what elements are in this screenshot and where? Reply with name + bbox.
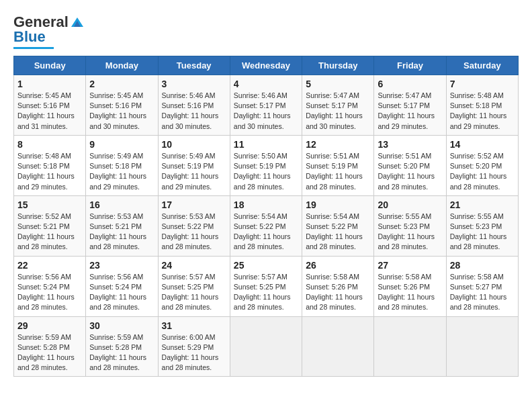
day-cell: 28Sunrise: 5:58 AM Sunset: 5:27 PM Dayli… bbox=[446, 256, 518, 316]
day-info: Sunrise: 5:59 AM Sunset: 5:28 PM Dayligh… bbox=[89, 332, 154, 373]
day-number: 19 bbox=[306, 199, 370, 210]
day-number: 16 bbox=[89, 199, 154, 210]
day-cell: 30Sunrise: 5:59 AM Sunset: 5:28 PM Dayli… bbox=[86, 316, 158, 377]
day-info: Sunrise: 5:47 AM Sunset: 5:17 PM Dayligh… bbox=[306, 91, 370, 132]
day-cell bbox=[374, 316, 446, 377]
day-number: 7 bbox=[450, 79, 515, 89]
day-cell: 23Sunrise: 5:56 AM Sunset: 5:24 PM Dayli… bbox=[86, 256, 158, 316]
day-cell: 11Sunrise: 5:50 AM Sunset: 5:19 PM Dayli… bbox=[230, 135, 302, 195]
day-number: 3 bbox=[162, 79, 226, 89]
day-cell: 26Sunrise: 5:58 AM Sunset: 5:26 PM Dayli… bbox=[302, 256, 374, 316]
day-info: Sunrise: 5:49 AM Sunset: 5:19 PM Dayligh… bbox=[162, 151, 226, 192]
header-monday: Monday bbox=[86, 56, 158, 75]
header-tuesday: Tuesday bbox=[158, 56, 230, 75]
day-info: Sunrise: 5:55 AM Sunset: 5:23 PM Dayligh… bbox=[450, 212, 515, 253]
day-cell: 9Sunrise: 5:49 AM Sunset: 5:18 PM Daylig… bbox=[86, 135, 158, 195]
day-number: 11 bbox=[234, 139, 298, 150]
logo-icon bbox=[70, 15, 85, 30]
day-cell: 25Sunrise: 5:57 AM Sunset: 5:25 PM Dayli… bbox=[230, 256, 302, 316]
day-info: Sunrise: 5:45 AM Sunset: 5:16 PM Dayligh… bbox=[89, 91, 154, 132]
week-row-3: 15Sunrise: 5:52 AM Sunset: 5:21 PM Dayli… bbox=[14, 195, 519, 256]
day-cell: 6Sunrise: 5:47 AM Sunset: 5:17 PM Daylig… bbox=[374, 75, 446, 136]
header-wednesday: Wednesday bbox=[230, 56, 302, 75]
header-row: SundayMondayTuesdayWednesdayThursdayFrid… bbox=[14, 56, 519, 75]
day-cell: 13Sunrise: 5:51 AM Sunset: 5:20 PM Dayli… bbox=[374, 135, 446, 195]
day-cell: 19Sunrise: 5:54 AM Sunset: 5:22 PM Dayli… bbox=[302, 195, 374, 256]
page-header: General Blue bbox=[13, 13, 519, 49]
day-info: Sunrise: 5:57 AM Sunset: 5:25 PM Dayligh… bbox=[234, 272, 298, 313]
day-number: 27 bbox=[378, 260, 442, 271]
day-info: Sunrise: 5:52 AM Sunset: 5:21 PM Dayligh… bbox=[17, 212, 82, 253]
calendar-table: SundayMondayTuesdayWednesdayThursdayFrid… bbox=[13, 56, 519, 377]
day-info: Sunrise: 5:53 AM Sunset: 5:22 PM Dayligh… bbox=[162, 212, 226, 253]
day-number: 22 bbox=[17, 260, 82, 271]
day-number: 26 bbox=[306, 260, 370, 271]
day-cell: 8Sunrise: 5:48 AM Sunset: 5:18 PM Daylig… bbox=[14, 135, 86, 195]
day-info: Sunrise: 5:49 AM Sunset: 5:18 PM Dayligh… bbox=[89, 151, 154, 192]
week-row-4: 22Sunrise: 5:56 AM Sunset: 5:24 PM Dayli… bbox=[14, 256, 519, 316]
day-info: Sunrise: 5:54 AM Sunset: 5:22 PM Dayligh… bbox=[234, 212, 298, 253]
day-cell: 3Sunrise: 5:46 AM Sunset: 5:16 PM Daylig… bbox=[158, 75, 230, 136]
day-cell: 14Sunrise: 5:52 AM Sunset: 5:20 PM Dayli… bbox=[446, 135, 518, 195]
day-info: Sunrise: 5:48 AM Sunset: 5:18 PM Dayligh… bbox=[17, 151, 82, 192]
day-number: 10 bbox=[162, 139, 226, 150]
day-info: Sunrise: 5:53 AM Sunset: 5:21 PM Dayligh… bbox=[89, 212, 154, 253]
day-info: Sunrise: 5:57 AM Sunset: 5:25 PM Dayligh… bbox=[162, 272, 226, 313]
day-info: Sunrise: 5:48 AM Sunset: 5:18 PM Dayligh… bbox=[450, 91, 515, 132]
day-info: Sunrise: 5:58 AM Sunset: 5:27 PM Dayligh… bbox=[450, 272, 515, 313]
day-info: Sunrise: 5:52 AM Sunset: 5:20 PM Dayligh… bbox=[450, 151, 515, 192]
day-cell: 15Sunrise: 5:52 AM Sunset: 5:21 PM Dayli… bbox=[14, 195, 86, 256]
day-number: 4 bbox=[234, 79, 298, 89]
day-number: 14 bbox=[450, 139, 515, 150]
day-cell: 4Sunrise: 5:46 AM Sunset: 5:17 PM Daylig… bbox=[230, 75, 302, 136]
day-cell bbox=[230, 316, 302, 377]
day-info: Sunrise: 5:50 AM Sunset: 5:19 PM Dayligh… bbox=[234, 151, 298, 192]
day-number: 9 bbox=[89, 139, 154, 150]
day-number: 12 bbox=[306, 139, 370, 150]
day-number: 6 bbox=[378, 79, 442, 89]
day-cell: 27Sunrise: 5:58 AM Sunset: 5:26 PM Dayli… bbox=[374, 256, 446, 316]
day-number: 8 bbox=[17, 139, 82, 150]
day-info: Sunrise: 5:51 AM Sunset: 5:19 PM Dayligh… bbox=[306, 151, 370, 192]
day-number: 30 bbox=[89, 320, 154, 331]
day-number: 21 bbox=[450, 199, 515, 210]
day-info: Sunrise: 5:46 AM Sunset: 5:17 PM Dayligh… bbox=[234, 91, 298, 132]
day-cell: 2Sunrise: 5:45 AM Sunset: 5:16 PM Daylig… bbox=[86, 75, 158, 136]
day-number: 13 bbox=[378, 139, 442, 150]
day-number: 28 bbox=[450, 260, 515, 271]
logo-blue: Blue bbox=[13, 28, 46, 46]
week-row-2: 8Sunrise: 5:48 AM Sunset: 5:18 PM Daylig… bbox=[14, 135, 519, 195]
day-cell: 16Sunrise: 5:53 AM Sunset: 5:21 PM Dayli… bbox=[86, 195, 158, 256]
day-cell: 7Sunrise: 5:48 AM Sunset: 5:18 PM Daylig… bbox=[446, 75, 518, 136]
day-number: 18 bbox=[234, 199, 298, 210]
day-number: 25 bbox=[234, 260, 298, 271]
logo: General Blue bbox=[13, 13, 85, 49]
day-number: 5 bbox=[306, 79, 370, 89]
day-cell bbox=[446, 316, 518, 377]
day-cell: 5Sunrise: 5:47 AM Sunset: 5:17 PM Daylig… bbox=[302, 75, 374, 136]
day-number: 15 bbox=[17, 199, 82, 210]
day-info: Sunrise: 5:47 AM Sunset: 5:17 PM Dayligh… bbox=[378, 91, 442, 132]
day-cell: 18Sunrise: 5:54 AM Sunset: 5:22 PM Dayli… bbox=[230, 195, 302, 256]
day-info: Sunrise: 5:55 AM Sunset: 5:23 PM Dayligh… bbox=[378, 212, 442, 253]
day-info: Sunrise: 5:45 AM Sunset: 5:16 PM Dayligh… bbox=[17, 91, 82, 132]
day-info: Sunrise: 5:56 AM Sunset: 5:24 PM Dayligh… bbox=[89, 272, 154, 313]
week-row-1: 1Sunrise: 5:45 AM Sunset: 5:16 PM Daylig… bbox=[14, 75, 519, 136]
header-sunday: Sunday bbox=[14, 56, 86, 75]
day-info: Sunrise: 6:00 AM Sunset: 5:29 PM Dayligh… bbox=[162, 332, 226, 373]
day-info: Sunrise: 5:58 AM Sunset: 5:26 PM Dayligh… bbox=[306, 272, 370, 313]
day-number: 17 bbox=[162, 199, 226, 210]
day-number: 29 bbox=[17, 320, 82, 331]
header-friday: Friday bbox=[374, 56, 446, 75]
header-saturday: Saturday bbox=[446, 56, 518, 75]
day-cell: 20Sunrise: 5:55 AM Sunset: 5:23 PM Dayli… bbox=[374, 195, 446, 256]
day-info: Sunrise: 5:46 AM Sunset: 5:16 PM Dayligh… bbox=[162, 91, 226, 132]
day-cell: 12Sunrise: 5:51 AM Sunset: 5:19 PM Dayli… bbox=[302, 135, 374, 195]
day-cell: 29Sunrise: 5:59 AM Sunset: 5:28 PM Dayli… bbox=[14, 316, 86, 377]
day-cell: 1Sunrise: 5:45 AM Sunset: 5:16 PM Daylig… bbox=[14, 75, 86, 136]
day-cell bbox=[302, 316, 374, 377]
day-number: 31 bbox=[162, 320, 226, 331]
day-cell: 24Sunrise: 5:57 AM Sunset: 5:25 PM Dayli… bbox=[158, 256, 230, 316]
day-cell: 22Sunrise: 5:56 AM Sunset: 5:24 PM Dayli… bbox=[14, 256, 86, 316]
day-number: 2 bbox=[89, 79, 154, 89]
